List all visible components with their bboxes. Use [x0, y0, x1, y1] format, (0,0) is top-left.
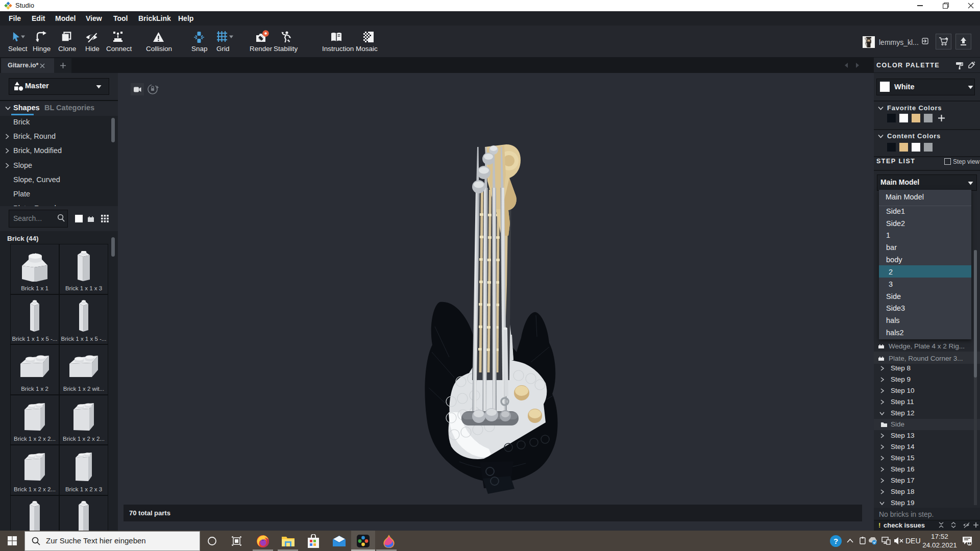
svg-text:?: ? — [834, 537, 838, 545]
svg-text:1: 1 — [968, 541, 971, 545]
